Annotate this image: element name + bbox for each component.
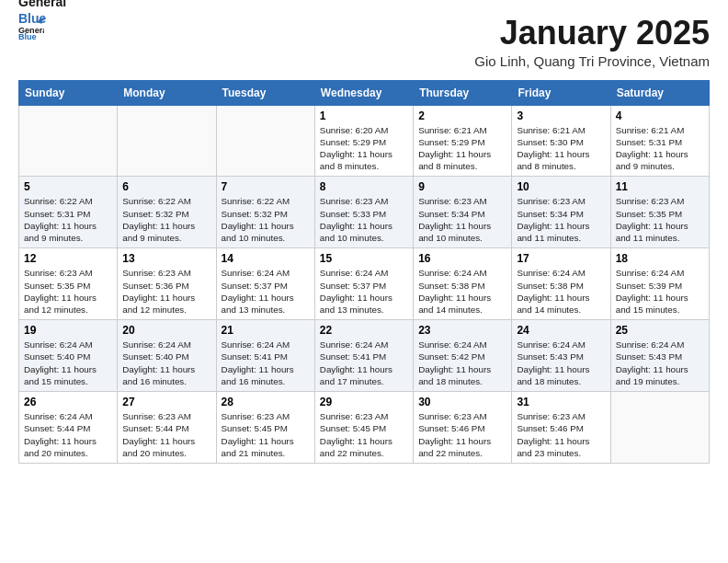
day-number: 7 xyxy=(222,180,310,193)
day-number: 20 xyxy=(122,324,210,337)
day-number: 26 xyxy=(24,396,112,408)
day-info: Sunrise: 6:24 AM Sunset: 5:43 PM Dayligh… xyxy=(517,339,605,387)
calendar-cell: 6Sunrise: 6:22 AM Sunset: 5:32 PM Daylig… xyxy=(118,177,216,248)
day-info: Sunrise: 6:24 AM Sunset: 5:40 PM Dayligh… xyxy=(24,339,112,387)
day-info: Sunrise: 6:23 AM Sunset: 5:35 PM Dayligh… xyxy=(616,195,704,244)
day-info: Sunrise: 6:24 AM Sunset: 5:39 PM Dayligh… xyxy=(616,267,704,316)
weekday-header-monday: Monday xyxy=(118,80,216,105)
day-number: 12 xyxy=(24,252,112,265)
day-info: Sunrise: 6:23 AM Sunset: 5:46 PM Dayligh… xyxy=(517,410,605,459)
day-number: 18 xyxy=(616,252,704,265)
day-number: 15 xyxy=(320,252,408,265)
day-info: Sunrise: 6:22 AM Sunset: 5:31 PM Dayligh… xyxy=(24,195,112,244)
weekday-header-row: SundayMondayTuesdayWednesdayThursdayFrid… xyxy=(19,80,710,105)
day-number: 17 xyxy=(517,252,605,265)
day-info: Sunrise: 6:23 AM Sunset: 5:36 PM Dayligh… xyxy=(122,267,210,316)
day-number: 25 xyxy=(616,324,704,337)
calendar-cell: 26Sunrise: 6:24 AM Sunset: 5:44 PM Dayli… xyxy=(19,392,118,464)
day-number: 10 xyxy=(517,180,605,193)
calendar-cell: 8Sunrise: 6:23 AM Sunset: 5:33 PM Daylig… xyxy=(314,177,413,248)
day-info: Sunrise: 6:23 AM Sunset: 5:45 PM Dayligh… xyxy=(320,410,408,459)
day-info: Sunrise: 6:23 AM Sunset: 5:35 PM Dayligh… xyxy=(24,267,112,316)
calendar-cell: 3Sunrise: 6:21 AM Sunset: 5:30 PM Daylig… xyxy=(512,105,610,177)
day-info: Sunrise: 6:23 AM Sunset: 5:34 PM Dayligh… xyxy=(517,195,605,244)
logo-general: General xyxy=(18,0,66,9)
day-info: Sunrise: 6:24 AM Sunset: 5:44 PM Dayligh… xyxy=(24,410,112,459)
svg-text:Blue: Blue xyxy=(18,32,37,40)
day-number: 19 xyxy=(24,324,112,337)
day-info: Sunrise: 6:23 AM Sunset: 5:45 PM Dayligh… xyxy=(222,410,310,459)
calendar-cell: 12Sunrise: 6:23 AM Sunset: 5:35 PM Dayli… xyxy=(19,248,118,320)
day-number: 24 xyxy=(517,324,605,337)
day-number: 2 xyxy=(418,109,506,122)
day-info: Sunrise: 6:20 AM Sunset: 5:29 PM Dayligh… xyxy=(320,124,408,173)
weekday-header-friday: Friday xyxy=(512,80,610,105)
day-number: 31 xyxy=(517,396,605,408)
day-number: 6 xyxy=(122,180,210,193)
day-number: 30 xyxy=(418,396,506,408)
day-info: Sunrise: 6:21 AM Sunset: 5:31 PM Dayligh… xyxy=(616,124,704,173)
day-info: Sunrise: 6:23 AM Sunset: 5:46 PM Dayligh… xyxy=(418,410,506,459)
calendar-cell: 28Sunrise: 6:23 AM Sunset: 5:45 PM Dayli… xyxy=(216,392,314,464)
day-info: Sunrise: 6:24 AM Sunset: 5:37 PM Dayligh… xyxy=(320,267,408,316)
calendar-cell xyxy=(216,105,314,177)
weekday-header-wednesday: Wednesday xyxy=(314,80,413,105)
day-number: 29 xyxy=(320,396,408,408)
day-info: Sunrise: 6:24 AM Sunset: 5:40 PM Dayligh… xyxy=(122,339,210,387)
calendar-cell: 30Sunrise: 6:23 AM Sunset: 5:46 PM Dayli… xyxy=(414,392,512,464)
day-number: 3 xyxy=(517,109,605,122)
day-number: 9 xyxy=(418,180,506,193)
calendar-cell: 16Sunrise: 6:24 AM Sunset: 5:38 PM Dayli… xyxy=(414,248,512,320)
calendar-table: SundayMondayTuesdayWednesdayThursdayFrid… xyxy=(18,80,710,464)
day-number: 13 xyxy=(122,252,210,265)
day-info: Sunrise: 6:21 AM Sunset: 5:30 PM Dayligh… xyxy=(517,124,605,173)
logo: General Blue General Blue xyxy=(18,15,97,27)
day-number: 5 xyxy=(24,180,112,193)
day-info: Sunrise: 6:24 AM Sunset: 5:42 PM Dayligh… xyxy=(418,339,506,387)
day-info: Sunrise: 6:23 AM Sunset: 5:33 PM Dayligh… xyxy=(320,195,408,244)
day-number: 14 xyxy=(222,252,310,265)
day-number: 28 xyxy=(222,396,310,408)
calendar-cell: 14Sunrise: 6:24 AM Sunset: 5:37 PM Dayli… xyxy=(216,248,314,320)
weekday-header-sunday: Sunday xyxy=(19,80,118,105)
calendar-cell: 9Sunrise: 6:23 AM Sunset: 5:34 PM Daylig… xyxy=(414,177,512,248)
logo-blue: Blue xyxy=(18,11,46,26)
calendar-cell: 11Sunrise: 6:23 AM Sunset: 5:35 PM Dayli… xyxy=(610,177,709,248)
day-info: Sunrise: 6:22 AM Sunset: 5:32 PM Dayligh… xyxy=(122,195,210,244)
day-info: Sunrise: 6:24 AM Sunset: 5:37 PM Dayligh… xyxy=(222,267,310,316)
calendar-week-4: 19Sunrise: 6:24 AM Sunset: 5:40 PM Dayli… xyxy=(19,320,710,392)
calendar-cell: 2Sunrise: 6:21 AM Sunset: 5:29 PM Daylig… xyxy=(414,105,512,177)
day-info: Sunrise: 6:23 AM Sunset: 5:44 PM Dayligh… xyxy=(122,410,210,459)
calendar-cell: 18Sunrise: 6:24 AM Sunset: 5:39 PM Dayli… xyxy=(610,248,709,320)
calendar-cell: 25Sunrise: 6:24 AM Sunset: 5:43 PM Dayli… xyxy=(610,320,709,392)
day-info: Sunrise: 6:24 AM Sunset: 5:38 PM Dayligh… xyxy=(418,267,506,316)
day-info: Sunrise: 6:24 AM Sunset: 5:43 PM Dayligh… xyxy=(616,339,704,387)
calendar-cell: 5Sunrise: 6:22 AM Sunset: 5:31 PM Daylig… xyxy=(19,177,118,248)
calendar-cell: 29Sunrise: 6:23 AM Sunset: 5:45 PM Dayli… xyxy=(314,392,413,464)
day-number: 16 xyxy=(418,252,506,265)
calendar-cell: 7Sunrise: 6:22 AM Sunset: 5:32 PM Daylig… xyxy=(216,177,314,248)
calendar-cell: 19Sunrise: 6:24 AM Sunset: 5:40 PM Dayli… xyxy=(19,320,118,392)
calendar-cell: 22Sunrise: 6:24 AM Sunset: 5:41 PM Dayli… xyxy=(314,320,413,392)
weekday-header-tuesday: Tuesday xyxy=(216,80,314,105)
day-info: Sunrise: 6:23 AM Sunset: 5:34 PM Dayligh… xyxy=(418,195,506,244)
calendar-cell xyxy=(610,392,709,464)
day-number: 22 xyxy=(320,324,408,337)
day-number: 1 xyxy=(320,109,408,122)
calendar-cell: 13Sunrise: 6:23 AM Sunset: 5:36 PM Dayli… xyxy=(118,248,216,320)
calendar-cell: 1Sunrise: 6:20 AM Sunset: 5:29 PM Daylig… xyxy=(314,105,413,177)
title-block: January 2025 Gio Linh, Quang Tri Provinc… xyxy=(474,15,710,69)
day-number: 4 xyxy=(616,109,704,122)
calendar-week-3: 12Sunrise: 6:23 AM Sunset: 5:35 PM Dayli… xyxy=(19,248,710,320)
day-info: Sunrise: 6:22 AM Sunset: 5:32 PM Dayligh… xyxy=(222,195,310,244)
day-info: Sunrise: 6:24 AM Sunset: 5:41 PM Dayligh… xyxy=(222,339,310,387)
day-number: 21 xyxy=(222,324,310,337)
calendar-cell: 27Sunrise: 6:23 AM Sunset: 5:44 PM Dayli… xyxy=(118,392,216,464)
day-number: 11 xyxy=(616,180,704,193)
calendar-cell: 15Sunrise: 6:24 AM Sunset: 5:37 PM Dayli… xyxy=(314,248,413,320)
day-info: Sunrise: 6:21 AM Sunset: 5:29 PM Dayligh… xyxy=(418,124,506,173)
day-info: Sunrise: 6:24 AM Sunset: 5:38 PM Dayligh… xyxy=(517,267,605,316)
calendar-cell: 24Sunrise: 6:24 AM Sunset: 5:43 PM Dayli… xyxy=(512,320,610,392)
calendar-cell xyxy=(118,105,216,177)
weekday-header-thursday: Thursday xyxy=(414,80,512,105)
